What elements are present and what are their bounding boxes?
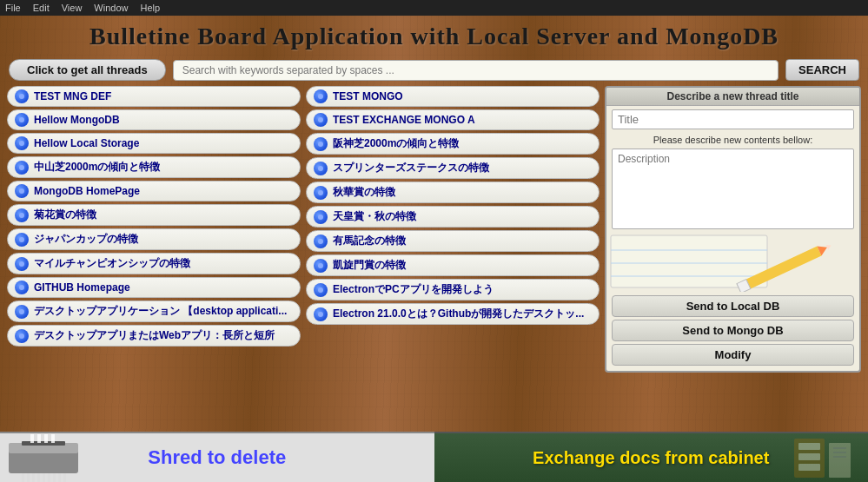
thread-bullet-icon — [314, 89, 328, 103]
svg-rect-18 — [37, 473, 40, 482]
thread-title-input[interactable] — [612, 109, 854, 129]
thread-label: Hellow MongoDB — [34, 114, 120, 126]
exchange-section[interactable]: Exchange docs from cabinet — [434, 432, 869, 482]
exchange-label: Exchange docs from cabinet — [533, 448, 769, 468]
bottom-bar: Shred to delete Exchange docs from cabin… — [0, 432, 868, 482]
thread-label: スプリンターズステークスの特徴 — [333, 161, 489, 175]
right-thread-item[interactable]: 有馬記念の特徴 — [306, 230, 600, 252]
thread-bullet-icon — [314, 283, 328, 297]
menu-edit[interactable]: Edit — [33, 3, 50, 13]
right-thread-item[interactable]: Electron 21.0.0とは？Githubが開発したデスクトッ... — [306, 303, 600, 325]
thread-label: TEST MONGO — [333, 90, 403, 102]
thread-bullet-icon — [314, 259, 328, 273]
thread-label: MongoDB HomePage — [34, 185, 140, 197]
right-thread-item[interactable]: 阪神芝2000mの傾向と特徴 — [306, 133, 600, 155]
svg-rect-20 — [48, 473, 50, 482]
thread-label: マイルチャンピオンシップの特徴 — [34, 256, 190, 271]
thread-label: TEST EXCHANGE MONGO A — [333, 114, 475, 126]
thread-label: デスクトップアプリまたはWebアプリ：長所と短所 — [34, 328, 275, 343]
svg-rect-14 — [51, 434, 55, 443]
right-thread-list: TEST MONGOTEST EXCHANGE MONGO A阪神芝2000mの… — [306, 86, 600, 373]
left-thread-list: TEST MNG DEFHellow MongoDBHellow Local S… — [7, 86, 301, 373]
left-thread-item[interactable]: Hellow MongoDB — [7, 109, 301, 130]
thread-label: Hellow Local Storage — [34, 137, 139, 149]
left-thread-item[interactable]: TEST MNG DEF — [7, 86, 301, 107]
right-thread-item[interactable]: スプリンターズステークスの特徴 — [306, 157, 600, 179]
svg-rect-23 — [63, 473, 66, 482]
thread-label: 菊花賞の特徴 — [34, 208, 96, 222]
svg-rect-12 — [37, 434, 41, 443]
thread-label: TEST MNG DEF — [34, 90, 111, 102]
thread-label: 秋華賞の特徴 — [333, 185, 395, 200]
search-button[interactable]: SEARCH — [785, 59, 859, 81]
send-local-button[interactable]: Send to Local DB — [612, 295, 854, 317]
thread-bullet-icon — [15, 113, 29, 127]
svg-rect-31 — [833, 456, 846, 458]
get-threads-button[interactable]: Click to get all threads — [9, 59, 166, 81]
thread-bullet-icon — [15, 329, 29, 343]
svg-rect-13 — [44, 434, 48, 443]
description-label: Please describe new contents bellow: — [606, 133, 859, 147]
thread-bullet-icon — [314, 210, 328, 224]
right-thread-item[interactable]: 凱旋門賞の特徴 — [306, 254, 600, 276]
shred-section[interactable]: Shred to delete — [0, 432, 434, 482]
content-area: TEST MNG DEFHellow MongoDBHellow Local S… — [0, 86, 868, 373]
svg-rect-29 — [833, 447, 846, 449]
thread-label: ジャパンカップの特徴 — [34, 232, 138, 247]
thread-label: 阪神芝2000mの傾向と特徴 — [333, 136, 459, 151]
svg-rect-21 — [53, 473, 56, 482]
thread-bullet-icon — [15, 257, 29, 271]
thread-bullet-icon — [15, 89, 29, 103]
send-mongo-button[interactable]: Send to Mongo DB — [612, 320, 854, 341]
right-thread-item[interactable]: TEST EXCHANGE MONGO A — [306, 109, 600, 130]
menu-view[interactable]: View — [62, 3, 83, 13]
right-thread-item[interactable]: 秋華賞の特徴 — [306, 182, 600, 203]
svg-rect-27 — [798, 464, 820, 471]
svg-rect-30 — [833, 452, 846, 453]
menu-window[interactable]: Window — [94, 3, 128, 13]
cabinet-icon — [790, 434, 859, 482]
panel-decoration: expunge — [606, 231, 859, 292]
left-thread-item[interactable]: GITHUB Homepage — [7, 277, 301, 298]
menu-help[interactable]: Help — [140, 3, 160, 13]
left-thread-item[interactable]: MongoDB HomePage — [7, 181, 301, 201]
new-thread-panel: Describe a new thread title Please descr… — [605, 86, 861, 373]
panel-buttons: Send to Local DB Send to Mongo DB Modify — [606, 292, 859, 371]
right-thread-item[interactable]: ElectronでPCアプリを開発しよう — [306, 279, 600, 300]
thread-bullet-icon — [15, 136, 29, 150]
thread-bullet-icon — [15, 161, 29, 175]
left-thread-item[interactable]: デスクトップアプリケーション 【desktop applicati... — [7, 300, 301, 322]
left-thread-item[interactable]: Hellow Local Storage — [7, 133, 301, 154]
thread-bullet-icon — [314, 186, 328, 200]
svg-rect-15 — [22, 473, 24, 482]
thread-bullet-icon — [314, 162, 328, 175]
left-thread-item[interactable]: 菊花賞の特徴 — [7, 204, 301, 226]
thread-bullet-icon — [314, 307, 328, 321]
thread-label: 凱旋門賞の特徴 — [333, 258, 406, 273]
thread-description-input[interactable] — [612, 149, 854, 229]
thread-bullet-icon — [314, 234, 328, 248]
left-thread-item[interactable]: マイルチャンピオンシップの特徴 — [7, 253, 301, 274]
left-thread-item[interactable]: ジャパンカップの特徴 — [7, 228, 301, 250]
thread-label: GITHUB Homepage — [34, 281, 130, 294]
thread-label: 有馬記念の特徴 — [333, 234, 406, 248]
thread-label: ElectronでPCアプリを開発しよう — [333, 282, 494, 297]
right-thread-item[interactable]: 天皇賞・秋の特徴 — [306, 206, 600, 228]
search-input[interactable] — [173, 60, 779, 81]
menu-file[interactable]: File — [5, 3, 21, 13]
right-thread-item[interactable]: TEST MONGO — [306, 86, 600, 107]
thread-bullet-icon — [15, 233, 29, 247]
svg-rect-0 — [611, 235, 767, 287]
thread-label: Electron 21.0.0とは？Githubが開発したデスクトッ... — [333, 307, 584, 321]
left-thread-item[interactable]: デスクトップアプリまたはWebアプリ：長所と短所 — [7, 325, 301, 347]
modify-button[interactable]: Modify — [612, 344, 854, 366]
thread-bullet-icon — [15, 208, 29, 222]
toolbar: Click to get all threads SEARCH — [0, 56, 868, 86]
svg-rect-26 — [798, 453, 820, 460]
thread-bullet-icon — [314, 137, 328, 151]
svg-rect-25 — [798, 443, 820, 450]
svg-rect-22 — [58, 473, 61, 482]
thread-label: 天皇賞・秋の特徴 — [333, 209, 416, 224]
shred-label: Shred to delete — [148, 446, 286, 469]
left-thread-item[interactable]: 中山芝2000mの傾向と特徴 — [7, 156, 301, 178]
